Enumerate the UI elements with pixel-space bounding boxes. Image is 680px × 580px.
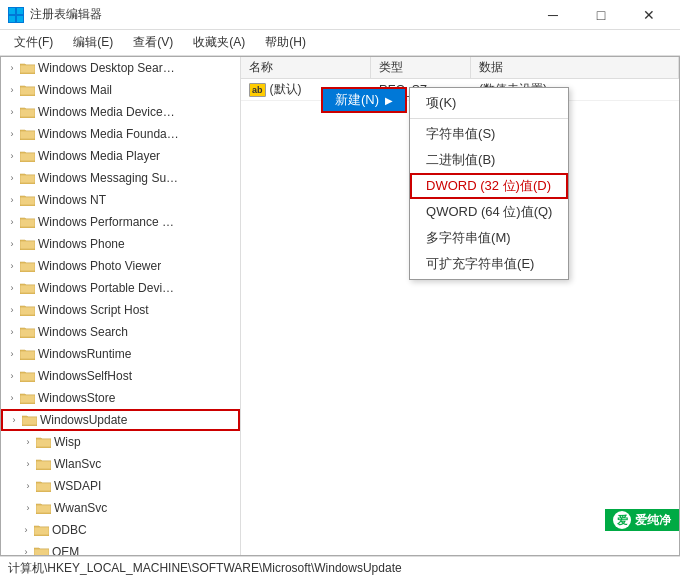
tree-item-wwansvc[interactable]: › WwanSvc	[1, 497, 240, 519]
submenu-item-multistring[interactable]: 多字符串值(M)	[410, 225, 568, 251]
tree-item-windows-media-player[interactable]: › Windows Media Player	[1, 145, 240, 167]
folder-icon	[19, 324, 35, 340]
tree-label: WindowsRuntime	[38, 347, 131, 361]
expand-arrow: ›	[5, 217, 19, 227]
tree-item-wisp[interactable]: › Wisp	[1, 431, 240, 453]
reg-value-icon: ab	[249, 83, 266, 97]
tree-item-windows-runtime[interactable]: › WindowsRuntime	[1, 343, 240, 365]
tree-item-windows-portable-devices[interactable]: › Windows Portable Devi…	[1, 277, 240, 299]
folder-icon	[21, 412, 37, 428]
expand-arrow: ›	[5, 173, 19, 183]
col-header-data: 数据	[471, 57, 679, 78]
menu-favorites[interactable]: 收藏夹(A)	[183, 32, 255, 54]
close-button[interactable]: ✕	[626, 0, 672, 30]
tree-scroll[interactable]: › Windows Desktop Sear… › Win	[1, 57, 240, 555]
expand-arrow: ›	[7, 415, 21, 425]
tree-item-windows-selfhost[interactable]: › WindowsSelfHost	[1, 365, 240, 387]
tree-item-windows-mail[interactable]: › Windows Mail	[1, 79, 240, 101]
col-header-name: 名称	[241, 57, 371, 78]
folder-icon	[19, 192, 35, 208]
expand-arrow: ›	[5, 85, 19, 95]
tree-label: WSDAPI	[54, 479, 101, 493]
folder-icon	[33, 522, 49, 538]
new-button-label: 新建(N)	[335, 91, 379, 109]
window-title: 注册表编辑器	[30, 6, 530, 23]
tree-label: ODBC	[52, 523, 87, 537]
tree-label: WindowsSelfHost	[38, 369, 132, 383]
menu-help[interactable]: 帮助(H)	[255, 32, 316, 54]
tree-label: Windows Performance …	[38, 215, 174, 229]
expand-arrow: ›	[19, 547, 33, 555]
expand-arrow: ›	[5, 393, 19, 403]
folder-icon	[19, 148, 35, 164]
tree-panel: › Windows Desktop Sear… › Win	[1, 57, 241, 555]
new-button[interactable]: 新建(N) ▶	[321, 87, 407, 113]
main-container: › Windows Desktop Sear… › Win	[0, 56, 680, 556]
minimize-button[interactable]: ─	[530, 0, 576, 30]
expand-arrow: ›	[5, 239, 19, 249]
expand-arrow: ›	[21, 459, 35, 469]
svg-rect-1	[17, 8, 23, 14]
statusbar-text: 计算机\HKEY_LOCAL_MACHINE\SOFTWARE\Microsof…	[8, 560, 402, 577]
tree-item-wlansvc[interactable]: › WlanSvc	[1, 453, 240, 475]
tree-label: WlanSvc	[54, 457, 101, 471]
submenu-item-key[interactable]: 项(K)	[410, 90, 568, 116]
tree-item-oem[interactable]: › OEM	[1, 541, 240, 555]
submenu-item-qword[interactable]: QWORD (64 位)值(Q)	[410, 199, 568, 225]
expand-arrow: ›	[5, 371, 19, 381]
submenu-item-expandstring[interactable]: 可扩充字符串值(E)	[410, 251, 568, 277]
tree-item-windows-media-device[interactable]: › Windows Media Device…	[1, 101, 240, 123]
svg-rect-2	[9, 16, 15, 22]
expand-arrow: ›	[5, 63, 19, 73]
submenu-divider	[410, 118, 568, 119]
tree-item-windows-photo-viewer[interactable]: › Windows Photo Viewer	[1, 255, 240, 277]
menu-view[interactable]: 查看(V)	[123, 32, 183, 54]
tree-item-windows-script-host[interactable]: › Windows Script Host	[1, 299, 240, 321]
tree-label: Windows Photo Viewer	[38, 259, 161, 273]
folder-icon	[19, 170, 35, 186]
folder-icon	[35, 500, 51, 516]
tree-item-windows-messaging[interactable]: › Windows Messaging Su…	[1, 167, 240, 189]
expand-arrow: ›	[5, 195, 19, 205]
submenu-item-string[interactable]: 字符串值(S)	[410, 121, 568, 147]
expand-arrow: ›	[21, 481, 35, 491]
tree-item-windows-store[interactable]: › WindowsStore	[1, 387, 240, 409]
tree-item-odbc[interactable]: › ODBC	[1, 519, 240, 541]
tree-item-windows-phone[interactable]: › Windows Phone	[1, 233, 240, 255]
expand-arrow: ›	[5, 283, 19, 293]
tree-label: Windows Desktop Sear…	[38, 61, 175, 75]
expand-arrow: ›	[5, 261, 19, 271]
tree-item-wsdapi[interactable]: › WSDAPI	[1, 475, 240, 497]
expand-arrow: ›	[19, 525, 33, 535]
expand-arrow: ›	[21, 437, 35, 447]
tree-item-windows-media-foundation[interactable]: › Windows Media Founda…	[1, 123, 240, 145]
tree-item-windows-desktop-search[interactable]: › Windows Desktop Sear…	[1, 57, 240, 79]
expand-arrow: ›	[5, 305, 19, 315]
menu-edit[interactable]: 编辑(E)	[63, 32, 123, 54]
tree-item-windows-search[interactable]: › Windows Search	[1, 321, 240, 343]
tree-label: Windows Media Founda…	[38, 127, 179, 141]
folder-icon	[19, 236, 35, 252]
tree-label: Windows NT	[38, 193, 106, 207]
tree-item-windows-performance[interactable]: › Windows Performance …	[1, 211, 240, 233]
context-menu-overlay: 新建(N) ▶ 项(K) 字符串值(S) 二进制值(B) DWORD (32 位…	[321, 87, 569, 280]
folder-icon	[19, 82, 35, 98]
col-header-type: 类型	[371, 57, 471, 78]
folder-icon	[19, 126, 35, 142]
statusbar: 计算机\HKEY_LOCAL_MACHINE\SOFTWARE\Microsof…	[0, 556, 680, 580]
tree-label: Wisp	[54, 435, 81, 449]
expand-arrow: ›	[5, 349, 19, 359]
menubar: 文件(F) 编辑(E) 查看(V) 收藏夹(A) 帮助(H)	[0, 30, 680, 56]
tree-label: OEM	[52, 545, 79, 555]
tree-item-windows-update[interactable]: › WindowsUpdate	[1, 409, 240, 431]
folder-icon	[35, 456, 51, 472]
menu-file[interactable]: 文件(F)	[4, 32, 63, 54]
maximize-button[interactable]: □	[578, 0, 624, 30]
expand-arrow: ›	[5, 327, 19, 337]
tree-label: Windows Media Player	[38, 149, 160, 163]
submenu-item-binary[interactable]: 二进制值(B)	[410, 147, 568, 173]
folder-icon	[35, 434, 51, 450]
submenu-item-dword[interactable]: DWORD (32 位)值(D)	[410, 173, 568, 199]
tree-label: Windows Portable Devi…	[38, 281, 174, 295]
tree-item-windows-nt[interactable]: › Windows NT	[1, 189, 240, 211]
